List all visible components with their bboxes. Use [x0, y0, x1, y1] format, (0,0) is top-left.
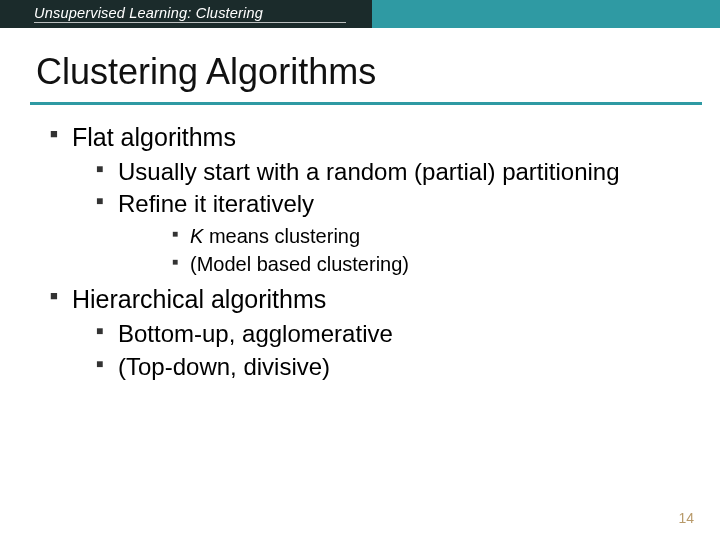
- list-item: Refine it iteratively K means clustering…: [96, 189, 680, 277]
- header-strip: Unsupervised Learning: Clustering: [0, 0, 720, 30]
- list-item: (Model based clustering): [172, 252, 680, 278]
- content-area: Flat algorithms Usually start with a ran…: [0, 105, 720, 383]
- title-area: Clustering Algorithms: [0, 30, 720, 92]
- header-underline: [34, 22, 346, 23]
- list-level-1: Flat algorithms Usually start with a ran…: [50, 121, 680, 383]
- header-gap: [0, 28, 720, 30]
- header-breadcrumb: Unsupervised Learning: Clustering: [34, 5, 263, 21]
- bullet-text: Usually start with a random (partial) pa…: [118, 158, 620, 185]
- bullet-text: Flat algorithms: [72, 123, 236, 151]
- list-item: Usually start with a random (partial) pa…: [96, 157, 680, 188]
- list-item: Bottom-up, agglomerative: [96, 319, 680, 350]
- list-item: K means clustering: [172, 224, 680, 250]
- list-item: Hierarchical algorithms Bottom-up, agglo…: [50, 283, 680, 382]
- header-breadcrumb-box: Unsupervised Learning: Clustering: [0, 0, 372, 28]
- list-item: Flat algorithms Usually start with a ran…: [50, 121, 680, 278]
- list-level-2: Bottom-up, agglomerative (Top-down, divi…: [72, 319, 680, 382]
- bullet-text: Refine it iteratively: [118, 190, 314, 217]
- bullet-text: Bottom-up, agglomerative: [118, 320, 393, 347]
- bullet-text: means clustering: [203, 225, 360, 247]
- list-level-2: Usually start with a random (partial) pa…: [72, 157, 680, 278]
- header-accent-bar: [372, 0, 720, 28]
- italic-letter: K: [190, 225, 203, 247]
- slide: Unsupervised Learning: Clustering Cluste…: [0, 0, 720, 540]
- bullet-text: Hierarchical algorithms: [72, 285, 326, 313]
- bullet-text: (Model based clustering): [190, 253, 409, 275]
- list-level-3: K means clustering (Model based clusteri…: [118, 224, 680, 277]
- page-number: 14: [678, 510, 694, 526]
- list-item: (Top-down, divisive): [96, 352, 680, 383]
- page-title: Clustering Algorithms: [36, 52, 720, 92]
- bullet-text: (Top-down, divisive): [118, 353, 330, 380]
